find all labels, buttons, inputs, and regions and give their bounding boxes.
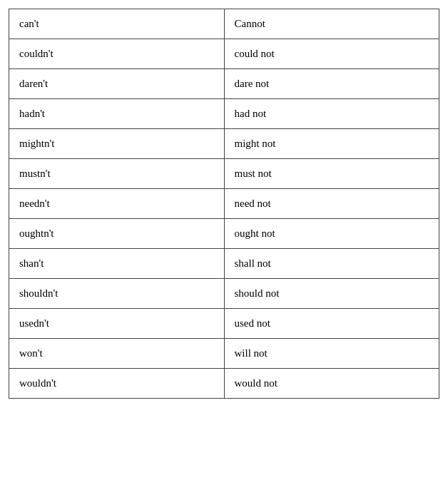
expansion-cell: would not — [224, 369, 439, 399]
table-row: can'tCannot — [9, 9, 439, 39]
contractions-table: can'tCannotcouldn'tcould notdaren'tdare … — [9, 9, 439, 399]
contraction-cell: mustn't — [9, 159, 225, 189]
contraction-cell: hadn't — [9, 99, 225, 129]
expansion-cell: Cannot — [224, 9, 439, 39]
expansion-cell: had not — [224, 99, 439, 129]
contraction-cell: daren't — [9, 69, 225, 99]
contraction-cell: wouldn't — [9, 369, 225, 399]
table-row: mightn'tmight not — [9, 129, 439, 159]
table-row: wouldn'twould not — [9, 369, 439, 399]
expansion-cell: used not — [224, 309, 439, 339]
expansion-cell: could not — [224, 39, 439, 69]
expansion-cell: will not — [224, 339, 439, 369]
expansion-cell: must not — [224, 159, 439, 189]
expansion-cell: dare not — [224, 69, 439, 99]
expansion-cell: might not — [224, 129, 439, 159]
expansion-cell: need not — [224, 189, 439, 219]
contraction-cell: shan't — [9, 249, 225, 279]
table-row: couldn'tcould not — [9, 39, 439, 69]
expansion-cell: ought not — [224, 219, 439, 249]
contraction-cell: usedn't — [9, 309, 225, 339]
contraction-cell: can't — [9, 9, 225, 39]
contraction-cell: oughtn't — [9, 219, 225, 249]
expansion-cell: shall not — [224, 249, 439, 279]
table-row: mustn'tmust not — [9, 159, 439, 189]
table-row: oughtn'tought not — [9, 219, 439, 249]
table-row: shan'tshall not — [9, 249, 439, 279]
main-container: can'tCannotcouldn'tcould notdaren'tdare … — [9, 9, 439, 399]
table-row: usedn'tused not — [9, 309, 439, 339]
expansion-cell: should not — [224, 279, 439, 309]
table-row: shouldn'tshould not — [9, 279, 439, 309]
table-row: won'twill not — [9, 339, 439, 369]
table-row: hadn'thad not — [9, 99, 439, 129]
contraction-cell: won't — [9, 339, 225, 369]
contraction-cell: shouldn't — [9, 279, 225, 309]
table-row: needn'tneed not — [9, 189, 439, 219]
contraction-cell: needn't — [9, 189, 225, 219]
contraction-cell: mightn't — [9, 129, 225, 159]
contraction-cell: couldn't — [9, 39, 225, 69]
table-row: daren'tdare not — [9, 69, 439, 99]
